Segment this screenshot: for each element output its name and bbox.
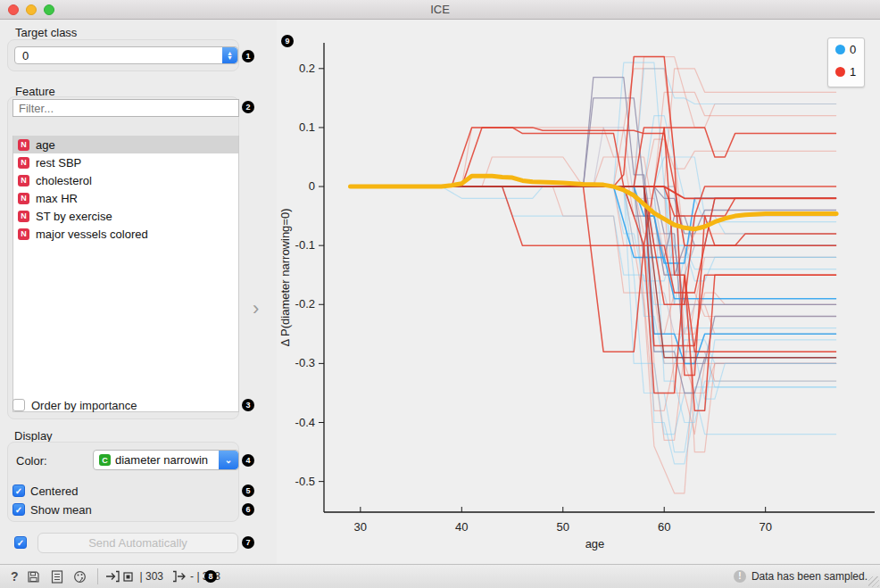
ice-line (351, 186, 837, 334)
status-bar: ? | 303 - | 303 ! Data has been sampled. (0, 564, 880, 588)
help-icon[interactable]: ? (11, 569, 19, 584)
color-select-value: diameter narrowin (115, 453, 219, 467)
numeric-variable-icon: N (18, 139, 29, 151)
target-class-value: 0 (15, 49, 222, 62)
feature-item-cholesterol[interactable]: Ncholesterol (13, 171, 238, 189)
title-bar: ICE (0, 0, 880, 20)
ice-line (351, 128, 837, 346)
target-class-select[interactable]: 0 ▲▼ (14, 46, 238, 64)
feature-item-label: ST by exercise (36, 210, 112, 223)
x-tick-label: 40 (455, 520, 468, 534)
x-tick-label: 70 (759, 520, 771, 534)
legend-class0-label: 0 (850, 43, 856, 56)
visual-settings-icon[interactable] (72, 568, 88, 584)
ice-line (351, 157, 837, 304)
numeric-variable-icon: N (18, 175, 29, 186)
annotation-badge-3: 3 (242, 399, 254, 411)
ice-line (351, 186, 837, 334)
feature-item-rest-SBP[interactable]: Nrest SBP (13, 153, 238, 171)
centered-checkbox[interactable]: ✓ (12, 484, 25, 497)
feature-item-age[interactable]: Nage (13, 136, 238, 153)
ice-line (351, 186, 837, 393)
ice-plot[interactable]: 30405060700.20.10-0.1-0.2-0.3-0.4-0.5age… (277, 20, 880, 564)
y-tick-label: 0 (309, 179, 315, 193)
ice-line (351, 139, 837, 186)
centered-label: Centered (30, 484, 78, 498)
color-select[interactable]: C diameter narrowin ⌄ (93, 450, 239, 470)
output-arrow-icon (172, 570, 187, 583)
order-by-importance-checkbox[interactable] (12, 399, 25, 411)
show-mean-checkbox[interactable]: ✓ (12, 503, 25, 516)
legend-class0-dot-icon (835, 45, 845, 54)
y-tick-label: 0.2 (299, 62, 315, 75)
y-axis-label: Δ P(diameter narrowing=0) (278, 208, 292, 346)
window-title: ICE (0, 3, 880, 16)
send-automatically-checkbox[interactable]: ✓ (14, 536, 27, 549)
ice-line (351, 186, 837, 452)
ice-line (351, 186, 837, 393)
annotation-badge-8: 8 (204, 570, 217, 583)
input-square-icon (123, 572, 133, 582)
ice-line (351, 186, 837, 464)
status-message: Data has been sampled. (751, 570, 868, 583)
annotation-badge-1: 1 (242, 50, 254, 62)
feature-item-max-HR[interactable]: Nmax HR (13, 189, 238, 207)
categorical-variable-icon: C (99, 454, 111, 466)
splitter-collapse-handle[interactable]: › (253, 297, 259, 320)
feature-item-label: cholesterol (36, 174, 92, 187)
x-tick-label: 60 (658, 520, 670, 534)
send-automatically-button[interactable]: Send Automatically (37, 533, 238, 553)
control-panel: Target class 0 ▲▼ Feature NageNrest SBPN… (0, 20, 274, 564)
ice-line (351, 186, 837, 440)
annotation-badge-4: 4 (242, 454, 254, 467)
warning-icon: ! (734, 570, 746, 583)
ice-line (351, 186, 837, 435)
ice-line (351, 57, 837, 187)
feature-item-label: rest SBP (36, 156, 81, 170)
y-tick-label: -0.3 (295, 356, 315, 369)
ice-line (351, 186, 837, 334)
numeric-variable-icon: N (18, 211, 29, 222)
annotation-badge-7: 7 (242, 536, 254, 549)
stepper-arrows-icon[interactable]: ▲▼ (222, 47, 237, 63)
display-label: Display (14, 429, 53, 443)
ice-line (351, 157, 837, 257)
input-arrow-icon (105, 570, 120, 583)
ice-line (351, 62, 837, 275)
numeric-variable-icon: N (18, 193, 29, 204)
annotation-badge-2: 2 (242, 101, 254, 113)
color-label: Color: (16, 454, 47, 468)
show-mean-label: Show mean (30, 503, 92, 517)
report-icon[interactable] (49, 568, 65, 584)
y-tick-label: 0.1 (299, 120, 315, 134)
feature-item-label: max HR (36, 192, 78, 205)
feature-filter-input[interactable] (12, 99, 239, 117)
ice-plot-area: 30405060700.20.10-0.1-0.2-0.3-0.4-0.5age… (277, 20, 880, 564)
chevron-down-icon[interactable]: ⌄ (219, 451, 238, 469)
save-icon[interactable] (26, 568, 42, 584)
feature-item-major-vessels-colored[interactable]: Nmajor vessels colored (13, 225, 238, 243)
y-tick-label: -0.2 (295, 297, 315, 311)
y-tick-label: -0.1 (295, 238, 315, 252)
annotation-badge-5: 5 (242, 484, 254, 497)
ice-line (351, 186, 837, 399)
feature-item-label: age (36, 138, 55, 152)
ice-line (351, 98, 837, 364)
ice-line (351, 186, 837, 435)
annotation-badge-9: 9 (281, 35, 294, 47)
ice-line (351, 186, 837, 275)
numeric-variable-icon: N (18, 228, 29, 240)
input-summary: | 303 (105, 570, 163, 583)
y-tick-label: -0.5 (295, 475, 315, 488)
ice-line (351, 128, 837, 275)
x-axis-label: age (585, 537, 605, 551)
legend-class1-dot-icon (835, 67, 845, 77)
status-divider (97, 568, 98, 584)
resize-grip[interactable] (868, 576, 879, 587)
ice-line (351, 128, 837, 258)
ice-line (351, 186, 837, 299)
annotation-badge-6: 6 (242, 503, 254, 516)
target-class-label: Target class (15, 26, 77, 39)
legend-class1-label: 1 (850, 65, 856, 79)
feature-item-ST-by-exercise[interactable]: NST by exercise (13, 207, 238, 225)
